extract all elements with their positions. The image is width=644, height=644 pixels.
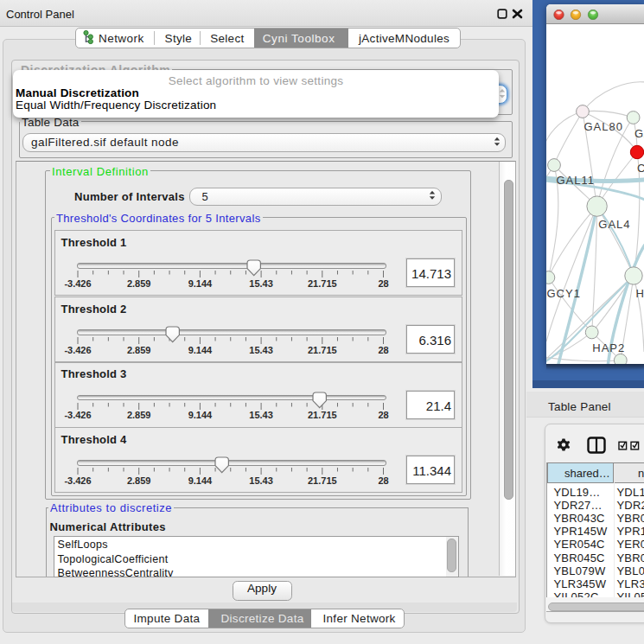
- svg-text:GCY1: GCY1: [547, 287, 581, 300]
- svg-text:HAP2: HAP2: [592, 341, 625, 354]
- svg-text:GAL80: GAL80: [584, 120, 623, 133]
- svg-text:GAL11: GAL11: [557, 174, 596, 187]
- svg-text:GAL4: GAL4: [598, 218, 630, 231]
- svg-text:GA: GA: [634, 127, 644, 140]
- svg-text:H: H: [636, 287, 644, 300]
- svg-text:C: C: [637, 162, 644, 175]
